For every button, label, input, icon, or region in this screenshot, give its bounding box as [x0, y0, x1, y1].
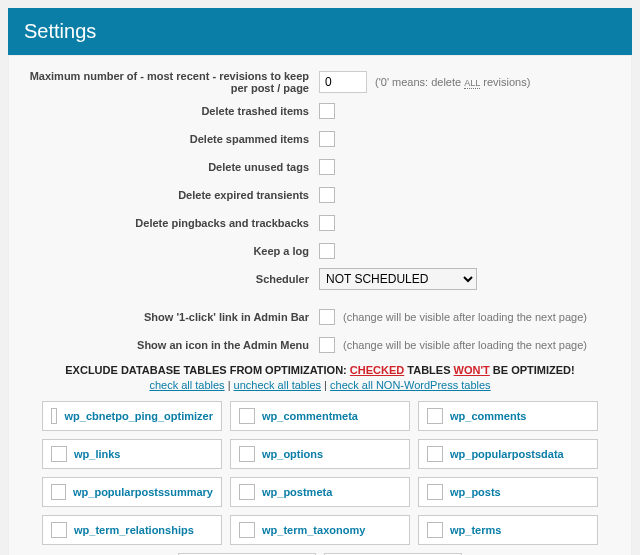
table-box: wp_options [230, 439, 410, 469]
table-name: wp_links [74, 448, 120, 460]
table-checkbox[interactable] [427, 446, 443, 462]
adminbar-checkbox[interactable] [319, 309, 335, 325]
exclude-heading: EXCLUDE DATABASE TABLES FROM OPTIMIZATIO… [19, 364, 621, 376]
delete-pingbacks-checkbox[interactable] [319, 215, 335, 231]
table-name: wp_term_relationships [74, 524, 194, 536]
adminbar-label: Show '1-click' link in Admin Bar [19, 311, 319, 323]
table-box: wp_postmeta [230, 477, 410, 507]
table-checkbox[interactable] [51, 446, 67, 462]
keep-log-label: Keep a log [19, 245, 319, 257]
adminmenu-label: Show an icon in the Admin Menu [19, 339, 319, 351]
tables-grid: wp_cbnetpo_ping_optimizerwp_commentmetaw… [19, 401, 621, 555]
table-checkbox[interactable] [239, 446, 255, 462]
settings-panel: Maximum number of - most recent - revisi… [8, 55, 632, 555]
table-box: wp_links [42, 439, 222, 469]
table-checkbox[interactable] [51, 408, 57, 424]
table-checkbox[interactable] [51, 484, 66, 500]
delete-tags-checkbox[interactable] [319, 159, 335, 175]
table-box: wp_commentmeta [230, 401, 410, 431]
delete-spammed-checkbox[interactable] [319, 131, 335, 147]
delete-transients-checkbox[interactable] [319, 187, 335, 203]
check-nonwp-link[interactable]: check all NON-WordPress tables [330, 379, 491, 391]
table-box: wp_term_taxonomy [230, 515, 410, 545]
table-name: wp_postmeta [262, 486, 332, 498]
table-name: wp_comments [450, 410, 526, 422]
table-box: wp_cbnetpo_ping_optimizer [42, 401, 222, 431]
delete-spammed-label: Delete spammed items [19, 133, 319, 145]
page-title: Settings [8, 8, 632, 55]
table-box: wp_posts [418, 477, 598, 507]
revisions-label: Maximum number of - most recent - revisi… [19, 70, 319, 94]
keep-log-checkbox[interactable] [319, 243, 335, 259]
delete-tags-label: Delete unused tags [19, 161, 319, 173]
check-all-link[interactable]: check all tables [149, 379, 224, 391]
table-checkbox[interactable] [239, 484, 255, 500]
table-name: wp_cbnetpo_ping_optimizer [64, 410, 213, 422]
adminmenu-checkbox[interactable] [319, 337, 335, 353]
scheduler-label: Scheduler [19, 273, 319, 285]
table-name: wp_terms [450, 524, 501, 536]
table-checkbox[interactable] [239, 522, 255, 538]
delete-trashed-checkbox[interactable] [319, 103, 335, 119]
table-checkbox[interactable] [51, 522, 67, 538]
adminmenu-hint: (change will be visible after loading th… [343, 339, 587, 351]
delete-trashed-label: Delete trashed items [19, 105, 319, 117]
table-checkbox[interactable] [427, 408, 443, 424]
revisions-input[interactable] [319, 71, 367, 93]
table-checkbox[interactable] [427, 522, 443, 538]
table-name: wp_term_taxonomy [262, 524, 365, 536]
table-box: wp_popularpostssummary [42, 477, 222, 507]
exclude-links: check all tables | uncheck all tables | … [19, 379, 621, 391]
table-name: wp_options [262, 448, 323, 460]
table-checkbox[interactable] [239, 408, 255, 424]
adminbar-hint: (change will be visible after loading th… [343, 311, 587, 323]
revisions-hint: ('0' means: delete ALL revisions) [375, 76, 530, 88]
table-name: wp_popularpostsdata [450, 448, 564, 460]
table-box: wp_popularpostsdata [418, 439, 598, 469]
table-box: wp_terms [418, 515, 598, 545]
scheduler-select[interactable]: NOT SCHEDULED [319, 268, 477, 290]
uncheck-all-link[interactable]: uncheck all tables [234, 379, 321, 391]
table-box: wp_comments [418, 401, 598, 431]
table-checkbox[interactable] [427, 484, 443, 500]
delete-transients-label: Delete expired transients [19, 189, 319, 201]
table-name: wp_popularpostssummary [73, 486, 213, 498]
delete-pingbacks-label: Delete pingbacks and trackbacks [19, 217, 319, 229]
table-box: wp_term_relationships [42, 515, 222, 545]
table-name: wp_posts [450, 486, 501, 498]
table-name: wp_commentmeta [262, 410, 358, 422]
